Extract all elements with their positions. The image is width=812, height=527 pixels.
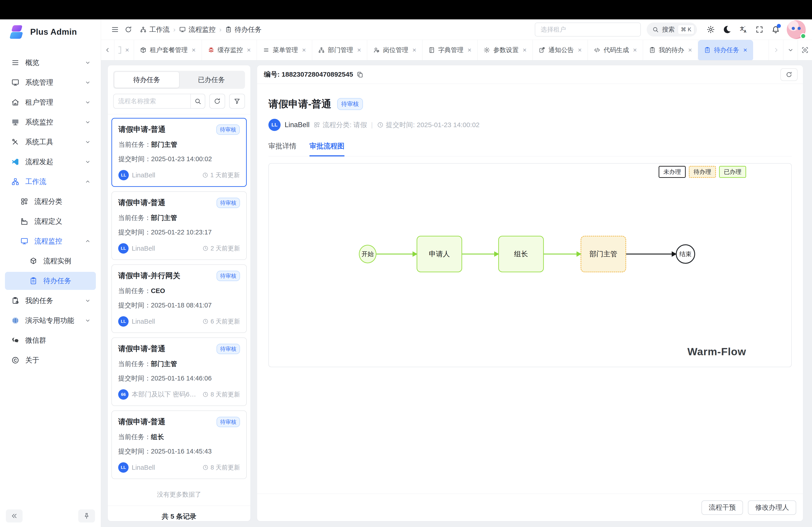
task-tab-待办任务[interactable]: 待办任务 <box>114 72 179 88</box>
sidebar-item-演示站专用功能[interactable]: 演示站专用功能 <box>5 312 96 330</box>
task-card[interactable]: 请假申请-并行网关待审核当前任务：CEO提交时间：2025-01-18 08:4… <box>112 265 247 333</box>
sidebar-item-流程定义[interactable]: 流程定义 <box>5 212 96 230</box>
clock-icon <box>202 172 208 178</box>
sidebar-item-租户管理[interactable]: 租户管理 <box>5 93 96 111</box>
tab-部门管理[interactable]: 部门管理× <box>312 40 367 60</box>
task-card[interactable]: 请假申请-普通待审核当前任务：部门主管提交时间：2025-01-22 10:23… <box>112 191 247 260</box>
close-icon[interactable]: × <box>357 47 361 54</box>
task-search-button[interactable] <box>190 94 205 108</box>
close-icon[interactable]: × <box>523 47 527 54</box>
flow-node-结束[interactable]: 结束 <box>676 244 695 264</box>
flow-node-开始[interactable]: 开始 <box>359 245 376 263</box>
sidebar-item-概览[interactable]: 概览 <box>5 54 96 72</box>
fullscreen-button[interactable] <box>752 22 766 36</box>
tab-缓存监控[interactable]: 缓存监控× <box>202 40 257 60</box>
detail-refresh-button[interactable] <box>780 68 798 81</box>
global-search-button[interactable]: 搜索 ⌘ K <box>647 22 697 36</box>
close-icon[interactable]: × <box>247 47 251 54</box>
sidebar-pin-button[interactable] <box>78 509 95 523</box>
tabs-dropdown-button[interactable] <box>783 40 798 60</box>
breadcrumb-item-待办任务[interactable]: 待办任务 <box>225 25 262 34</box>
detail-tab-审批流程图[interactable]: 审批流程图 <box>309 141 345 156</box>
close-icon[interactable]: × <box>302 47 306 54</box>
notifications-button[interactable] <box>769 22 783 36</box>
language-button[interactable]: 文A <box>736 22 750 36</box>
close-icon[interactable]: × <box>467 47 472 54</box>
sidebar-item-系统工具[interactable]: 系统工具 <box>5 133 96 151</box>
close-icon[interactable]: × <box>125 47 129 54</box>
tabs-scroll-right-button[interactable] <box>769 40 783 60</box>
close-icon[interactable]: × <box>412 47 416 54</box>
settings-button[interactable] <box>704 22 718 36</box>
tab-租户套餐管理[interactable]: 租户套餐管理× <box>134 40 202 60</box>
no-more-data-text: 没有更多数据了 <box>108 483 250 506</box>
sidebar-item-流程实例[interactable]: 流程实例 <box>5 252 96 270</box>
clock-icon <box>202 318 209 325</box>
sidebar-item-待办任务[interactable]: 待办任务 <box>5 272 96 290</box>
sidebar-item-工作流[interactable]: 工作流 <box>5 173 96 191</box>
close-icon[interactable]: × <box>743 47 747 54</box>
globe-icon <box>11 316 19 325</box>
menu-toggle-button[interactable] <box>108 26 122 34</box>
page-refresh-button[interactable] <box>122 26 135 33</box>
tab-字典管理[interactable]: 字典管理× <box>422 40 478 60</box>
app-window: Plus Admin 概览系统管理租户管理系统监控系统工具流程发起工作流流程分类… <box>0 19 812 527</box>
tabs-scroll-left-button[interactable] <box>101 40 114 60</box>
avatar: LL <box>118 316 129 327</box>
sidebar-item-系统管理[interactable]: 系统管理 <box>5 74 96 91</box>
settings-icon <box>707 25 715 34</box>
tab-代码生成[interactable]: 代码生成× <box>588 40 643 60</box>
close-icon[interactable]: × <box>688 47 692 54</box>
sidebar-item-关于[interactable]: 关于 <box>5 351 96 369</box>
task-card[interactable]: 请假申请-普通待审核当前任务：部门主管提交时间：2025-01-16 14:46… <box>112 337 247 406</box>
sidebar-item-label: 流程监控 <box>34 237 62 246</box>
close-icon[interactable]: × <box>578 47 582 54</box>
tab-通知公告[interactable]: 通知公告× <box>533 40 588 60</box>
task-tab-已办任务[interactable]: 已办任务 <box>179 72 244 88</box>
book-icon <box>428 47 435 54</box>
flow-node-申请人[interactable]: 申请人 <box>417 236 462 272</box>
box-icon <box>140 47 147 54</box>
tab-岗位管理[interactable]: 岗位管理× <box>367 40 422 60</box>
task-filter-button[interactable] <box>229 94 245 109</box>
tab-我的待办[interactable]: 我的待办× <box>643 40 698 60</box>
user-avatar[interactable] <box>787 20 806 39</box>
task-card[interactable]: 请假申请-普通待审核当前任务：组长提交时间：2025-01-16 14:45:4… <box>112 410 247 479</box>
sidebar-item-label: 微信群 <box>25 336 46 345</box>
flow-node-组长[interactable]: 组长 <box>498 236 544 272</box>
chevron-up-icon <box>85 238 91 244</box>
close-icon[interactable]: × <box>633 47 637 54</box>
dark-mode-button[interactable] <box>720 22 734 36</box>
sidebar-item-系统监控[interactable]: 系统监控 <box>5 113 96 131</box>
sidebar-item-流程发起[interactable]: 流程发起 <box>5 153 96 171</box>
tab-待办任务[interactable]: 待办任务× <box>698 40 753 60</box>
sidebar-collapse-button[interactable] <box>6 509 23 523</box>
content-fullscreen-button[interactable] <box>798 40 812 60</box>
copy-button[interactable] <box>357 71 363 78</box>
clipped-tab[interactable]: × <box>114 40 134 60</box>
breadcrumb-item-工作流[interactable]: 工作流 <box>140 25 170 34</box>
sidebar-item-流程监控[interactable]: 流程监控 <box>5 232 96 250</box>
sidebar-item-label: 租户管理 <box>25 97 53 107</box>
factory-icon <box>20 217 28 225</box>
chevron-down-icon <box>85 60 91 66</box>
filter-icon <box>233 97 241 105</box>
task-card[interactable]: 请假申请-普通待审核当前任务：部门主管提交时间：2025-01-23 14:00… <box>112 118 247 187</box>
action-button-修改办理人[interactable]: 修改办理人 <box>748 500 796 515</box>
flow-node-部门主管[interactable]: 部门主管 <box>581 236 626 272</box>
serial-number: 编号: 1882307280470892545 <box>264 70 353 79</box>
breadcrumb-item-流程监控[interactable]: 流程监控 <box>179 25 216 34</box>
action-button-流程干预[interactable]: 流程干预 <box>701 500 743 515</box>
status-badge: 待审核 <box>217 417 240 427</box>
close-icon[interactable]: × <box>192 47 196 54</box>
sidebar-item-我的任务[interactable]: 我的任务 <box>5 292 96 310</box>
copyright-icon <box>11 356 19 364</box>
tenant-select-input[interactable] <box>535 22 641 36</box>
detail-tab-审批详情[interactable]: 审批详情 <box>269 141 296 156</box>
tab-菜单管理[interactable]: 菜单管理× <box>257 40 312 60</box>
tab-参数设置[interactable]: 参数设置× <box>478 40 533 60</box>
task-search-input[interactable] <box>114 97 190 105</box>
sidebar-item-流程分类[interactable]: 流程分类 <box>5 193 96 211</box>
task-refresh-button[interactable] <box>209 94 225 109</box>
sidebar-item-微信群[interactable]: 微信群 <box>5 331 96 349</box>
